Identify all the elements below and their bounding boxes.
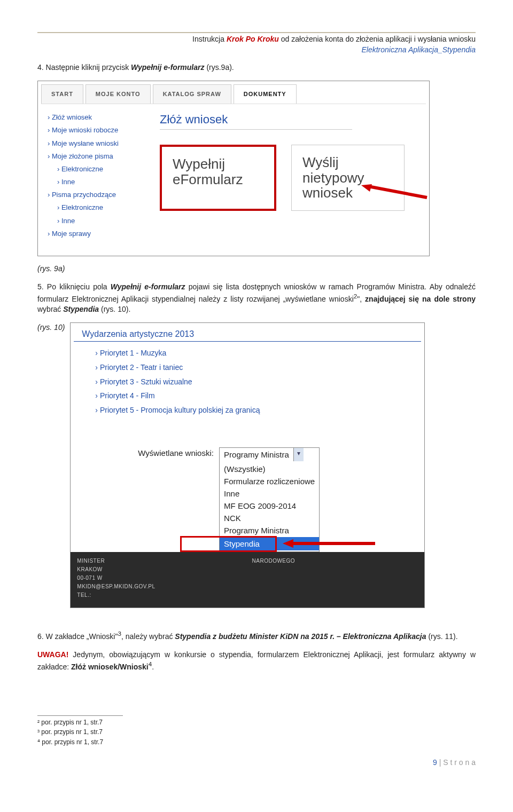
screenshot-rys9a: START MOJE KONTO KATALOG SPRAW DOKUMENTY… — [37, 81, 430, 256]
caption-rys10: (rys. 10) — [37, 322, 65, 333]
wnioski-label: Wyświetlane wnioski: — [138, 448, 214, 458]
sidebar-sub-inne-2[interactable]: Inne — [57, 216, 146, 226]
tab-katalog-spraw[interactable]: KATALOG SPRAW — [153, 84, 231, 104]
page-number: 9 | S t r o n a — [37, 758, 476, 768]
sidebar-menu: Złóż wniosek Moje wnioski robocze Moje w… — [41, 104, 149, 253]
sidebar-sub-elektroniczne-2[interactable]: Elektroniczne — [57, 203, 146, 212]
page-header: Instrukcja Krok Po Kroku od założenia ko… — [37, 34, 476, 55]
sidebar-item-zlozone-pisma[interactable]: Moje złożone pisma — [48, 152, 146, 161]
priority-item[interactable]: Priorytet 3 - Sztuki wizualne — [95, 377, 421, 388]
sidebar-sub-elektroniczne[interactable]: Elektroniczne — [57, 164, 146, 174]
dropdown-option[interactable]: Programy Ministra — [224, 525, 315, 536]
panel-heading-zloz-wniosek: Złóż wniosek — [160, 112, 352, 130]
dropdown-option[interactable]: MF EOG 2009-2014 — [224, 500, 315, 511]
tab-dokumenty[interactable]: DOKUMENTY — [234, 84, 297, 104]
dropdown-option[interactable]: Inne — [224, 488, 315, 499]
priority-item[interactable]: Priorytet 2 - Teatr i taniec — [95, 362, 421, 373]
step-6-text: 6. W zakładce „Wnioski"3, należy wybrać … — [37, 629, 476, 642]
chevron-down-icon[interactable]: ▾ — [293, 448, 304, 461]
annotation-arrow-icon — [282, 537, 378, 550]
footnotes: ² por. przypis nr 1, str.7 ³ por. przypi… — [37, 715, 476, 747]
annotation-highlight-box — [180, 536, 277, 552]
site-footer: MINISTER NARODOWEGO KRAKOW 00-071 W MKID… — [71, 552, 424, 608]
dropdown-option[interactable]: Formularze rozliczeniowe — [224, 476, 315, 487]
sidebar-item-moje-sprawy[interactable]: Moje sprawy — [48, 229, 146, 239]
step-5-text: 5. Po kliknięciu pola Wypełnij e-formula… — [37, 282, 476, 315]
uwaga-text: UWAGA! Jedynym, obowiązującym w konkursi… — [37, 650, 476, 673]
sidebar-item-robocze[interactable]: Moje wnioski robocze — [48, 125, 146, 135]
sidebar-item-przychodzace[interactable]: Pisma przychodzące — [48, 190, 146, 200]
caption-rys9a: (rys. 9a) — [37, 264, 476, 274]
annotation-arrow-icon — [360, 184, 430, 206]
priority-item[interactable]: Priorytet 1 - Muzyka — [95, 348, 421, 359]
tab-start[interactable]: START — [41, 84, 83, 104]
dropdown-option[interactable]: (Wszystkie) — [224, 463, 315, 475]
sidebar-sub-inne[interactable]: Inne — [57, 177, 146, 187]
priority-item[interactable]: Priorytet 5 - Promocja kultury polskiej … — [95, 405, 421, 416]
svg-marker-1 — [283, 539, 293, 548]
sidebar-item-wyslane[interactable]: Moje wysłane wnioski — [48, 139, 146, 148]
priority-item[interactable]: Priorytet 4 - Film — [95, 391, 421, 401]
screenshot-rys10: Wydarzenia artystyczne 2013 Priorytet 1 … — [70, 322, 425, 608]
tab-moje-konto[interactable]: MOJE KONTO — [86, 84, 151, 104]
svg-marker-0 — [361, 184, 372, 192]
step-4-text: 4. Następnie kliknij przycisk Wypełnij e… — [37, 62, 476, 73]
card-wypelnij-eformularz[interactable]: WypełnijeFormularz — [160, 145, 276, 211]
section-heading-wydarzenia: Wydarzenia artystyczne 2013 — [82, 328, 421, 340]
dropdown-option[interactable]: NCK — [224, 513, 315, 524]
sidebar-item-zloz-wniosek[interactable]: Złóż wniosek — [48, 113, 146, 122]
